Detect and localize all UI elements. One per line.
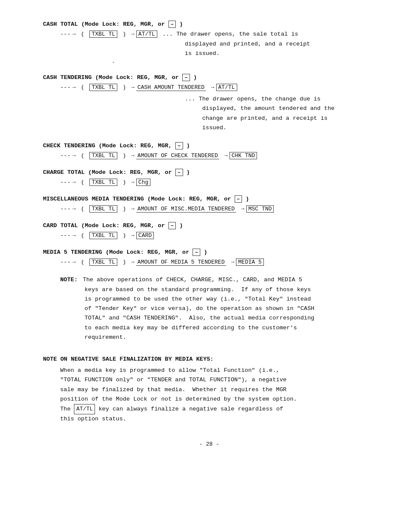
key-minus-cash-total: –	[168, 21, 176, 28]
note-on-block: NOTE ON NEGATIVE SALE FINALIZATION BY ME…	[43, 356, 376, 424]
key-minus-misc: –	[235, 195, 242, 203]
desc-cash-tendering: ... The drawer opens, the change due is …	[185, 94, 376, 133]
key-msc-tnd: MSC TND	[246, 205, 274, 213]
section-title-charge-total: CHARGE TOTAL (Mode Lock: REG, MGR, or – …	[43, 169, 376, 176]
note-block: NOTE: The above operations of CHECK, CHA…	[60, 275, 376, 342]
flow-cash-total: --- → ( TXBL TL ) → AT/TL ... The drawer…	[60, 30, 376, 38]
section-card-total: CARD TOTAL (Mode Lock: REG, MGR, or – ) …	[43, 222, 376, 239]
note-on-body: When a media key is programmed to allow …	[60, 366, 376, 424]
key-txbl-tl-5: TXBL TL	[89, 205, 117, 213]
note-label: NOTE:	[60, 277, 78, 283]
input-check-amount: AMOUNT OF CHECK TENDERED	[136, 152, 219, 159]
flow-charge-total: --- → ( TXBL TL ) → Chg	[60, 179, 376, 186]
section-cash-tendering: CASH TENDERING (Mode Lock: REG, MGR, or …	[43, 74, 376, 133]
key-txbl-tl-3: TXBL TL	[89, 152, 117, 159]
section-title-check-tendering: CHECK TENDERING (Mode Lock: REG, MGR, – …	[43, 142, 376, 149]
page: CASH TOTAL (Mode Lock: REG, MGR, or – ) …	[0, 0, 410, 532]
key-txbl-tl-4: TXBL TL	[89, 179, 117, 186]
desc-cash-total: displayed and printed, and a receiptis i…	[185, 40, 376, 58]
key-minus-check: –	[175, 142, 183, 149]
key-at-tl-1: AT/TL	[136, 30, 157, 38]
key-minus-cash-tendering: –	[182, 74, 190, 81]
input-cash-amount: CASH AMOUNT TENDERED	[136, 84, 206, 91]
section-cash-total: CASH TOTAL (Mode Lock: REG, MGR, or – ) …	[43, 21, 376, 64]
key-chk-tnd: CHK TND	[229, 152, 257, 159]
flow-card-total: --- → ( TXBL TL ) → CARD	[60, 232, 376, 239]
flow-media5: --- → ( TXBL TL ) → AMOUNT OF MEDIA 5 TE…	[60, 258, 376, 266]
section-misc-media: MISCELLANEOUS MEDIA TENDERING (Mode Lock…	[43, 195, 376, 213]
key-minus-media5: –	[193, 249, 200, 256]
flow-misc-media: --- → ( TXBL TL ) → AMOUNT OF MISC.MEDIA…	[60, 205, 376, 213]
key-minus-charge: –	[175, 169, 183, 176]
key-at-tl-2: AT/TL	[216, 84, 237, 91]
note-on-title: NOTE ON NEGATIVE SALE FINALIZATION BY ME…	[43, 356, 376, 362]
key-txbl-tl-2: TXBL TL	[89, 84, 117, 91]
section-title-media5: MEDIA 5 TENDERING (Mode Lock: REG, MGR, …	[43, 249, 376, 256]
section-media5: MEDIA 5 TENDERING (Mode Lock: REG, MGR, …	[43, 249, 376, 266]
input-media5-amount: AMOUNT OF MEDIA 5 TENDERED	[136, 259, 226, 266]
input-misc-amount: AMOUNT OF MISC.MEDIA TENDERED	[136, 206, 236, 213]
section-title-cash-total: CASH TOTAL (Mode Lock: REG, MGR, or – )	[43, 21, 376, 28]
flow-check-tendering: --- → ( TXBL TL ) → AMOUNT OF CHECK TEND…	[60, 152, 376, 159]
section-charge-total: CHARGE TOTAL (Mode Lock: REG, MGR, or – …	[43, 169, 376, 186]
key-media5: MEDIA 5	[236, 258, 264, 266]
key-txbl-tl-6: TXBL TL	[89, 232, 117, 239]
page-number: - 28 -	[43, 441, 376, 447]
section-title-card-total: CARD TOTAL (Mode Lock: REG, MGR, or – )	[43, 222, 376, 229]
section-title-misc-media: MISCELLANEOUS MEDIA TENDERING (Mode Lock…	[43, 195, 376, 203]
key-minus-card: –	[168, 222, 176, 229]
subnote-cash-total: .	[112, 58, 376, 64]
flow-cash-tendering: --- → ( TXBL TL ) → CASH AMOUNT TENDERED…	[60, 84, 376, 91]
key-at-tl-note: AT/TL	[74, 404, 95, 414]
key-chg: Chg	[136, 179, 150, 186]
section-title-cash-tendering: CASH TENDERING (Mode Lock: REG, MGR, or …	[43, 74, 376, 81]
section-check-tendering: CHECK TENDERING (Mode Lock: REG, MGR, – …	[43, 142, 376, 159]
key-txbl-tl-1: TXBL TL	[89, 30, 117, 38]
note-text: The above operations of CHECK, CHARGE, M…	[60, 277, 314, 340]
key-txbl-tl-7: TXBL TL	[89, 258, 117, 266]
key-card: CARD	[136, 232, 154, 239]
